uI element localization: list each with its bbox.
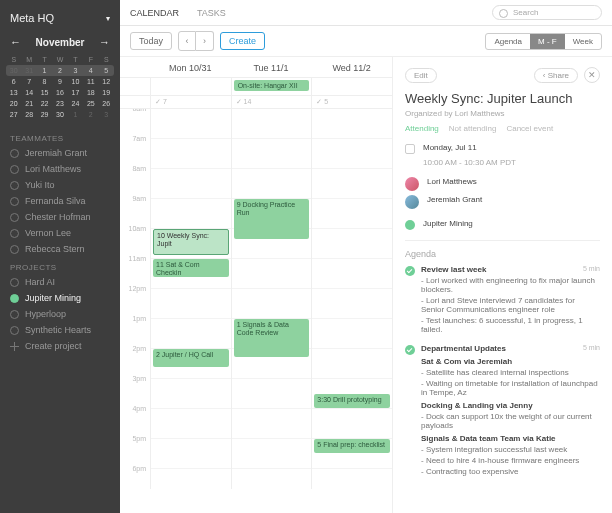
calendar-event[interactable]: 1 Signals & Data Code Review [234,319,310,357]
sidebar-item-teammate[interactable]: Rebecca Stern [0,241,120,257]
status-ring-icon [10,165,19,174]
calendar-grid: Mon 10/31 Tue 11/1 Wed 11/2 On-site: Han… [120,57,392,513]
prev-month-icon[interactable]: ← [10,36,21,48]
mini-calendar[interactable]: SMTWTFS303112345678910111213141516171819… [0,54,120,128]
project-ring-icon [10,294,19,303]
rsvp-attending[interactable]: Attending [405,124,439,133]
sidebar-item-teammate[interactable]: Vernon Lee [0,225,120,241]
event-project: Jupiter Mining [423,219,473,228]
create-project[interactable]: Create project [0,338,120,354]
status-ring-icon [10,229,19,238]
workspace-switcher[interactable]: Meta HQ ▾ [0,8,120,32]
topbar: CALENDAR TASKS Search [120,0,612,26]
create-button[interactable]: Create [220,32,265,50]
event-time: 10:00 AM - 10:30 AM PDT [423,158,600,167]
task-count[interactable]: ✓ 5 [311,96,392,108]
event-title: Weekly Sync: Jupiter Launch [405,91,600,106]
share-button[interactable]: ‹ Share [534,68,578,83]
plus-icon [10,342,19,351]
status-ring-icon [10,181,19,190]
calendar-event[interactable]: 2 Jupiter / HQ Call [153,349,229,367]
today-button[interactable]: Today [130,32,172,50]
sidebar-item-teammate[interactable]: Jeremiah Grant [0,145,120,161]
sidebar-item-project[interactable]: Hard AI [0,274,120,290]
event-date: Monday, Jul 11 [423,143,477,152]
view-week[interactable]: Week [565,34,601,49]
calendar-event[interactable]: 5 Final prep: checklist [314,439,390,453]
status-ring-icon [10,245,19,254]
toolbar: Today ‹ › Create Agenda M - F Week [120,26,612,56]
sidebar-item-teammate[interactable]: Lori Matthews [0,161,120,177]
sidebar-item-project[interactable]: Jupiter Mining [0,290,120,306]
search-input[interactable]: Search [492,5,602,20]
calendar-event[interactable]: 11 Sat & Com Checkin [153,259,229,277]
next-month-icon[interactable]: → [99,36,110,48]
check-icon [405,266,415,276]
status-ring-icon [10,213,19,222]
allday-event[interactable]: On-site: Hangar XII [234,80,310,91]
close-icon[interactable]: ✕ [584,67,600,83]
project-ring-icon [10,326,19,335]
day-header: Mon 10/31 [150,57,231,77]
search-placeholder: Search [513,8,538,17]
task-count[interactable]: ✓ 7 [150,96,231,108]
calendar-event[interactable]: 10 Weekly Sync: Jupit [153,229,229,255]
check-icon [405,345,415,355]
day-header: Tue 11/1 [231,57,312,77]
day-header: Wed 11/2 [311,57,392,77]
prev-period-button[interactable]: ‹ [178,31,196,51]
event-detail-panel: Edit ‹ Share ✕ Weekly Sync: Jupiter Laun… [392,57,612,513]
attendee-name: Lori Matthews [427,177,477,186]
attendee-name: Jeremiah Grant [427,195,482,204]
checkbox-icon[interactable] [405,144,415,154]
status-ring-icon [10,197,19,206]
calendar-event[interactable]: 3:30 Drill prototyping [314,394,390,408]
avatar [405,195,419,209]
edit-button[interactable]: Edit [405,68,437,83]
chevron-down-icon: ▾ [106,14,110,23]
project-dot-icon [405,220,415,230]
status-ring-icon [10,149,19,158]
tab-tasks[interactable]: TASKS [197,8,226,18]
teammates-header: TEAMMATES [0,128,120,145]
project-ring-icon [10,278,19,287]
month-label: November [36,37,85,48]
organizer-label: Organized by Lori Matthews [405,109,600,118]
sidebar-item-project[interactable]: Synthetic Hearts [0,322,120,338]
view-segment: Agenda M - F Week [485,33,602,50]
task-count[interactable]: ✓ 14 [231,96,312,108]
project-ring-icon [10,310,19,319]
view-agenda[interactable]: Agenda [486,34,530,49]
sidebar-item-teammate[interactable]: Yuki Ito [0,177,120,193]
projects-header: PROJECTS [0,257,120,274]
view-mf[interactable]: M - F [530,34,565,49]
calendar-event[interactable]: 9 Docking Practice Run [234,199,310,239]
next-period-button[interactable]: › [196,31,214,51]
agenda-header: Agenda [405,240,600,259]
sidebar-item-teammate[interactable]: Chester Hofman [0,209,120,225]
sidebar-item-project[interactable]: Hyperloop [0,306,120,322]
workspace-name: Meta HQ [10,12,54,24]
tab-calendar[interactable]: CALENDAR [130,8,179,18]
sidebar: Meta HQ ▾ ← November → SMTWTFS3031123456… [0,0,120,513]
rsvp-not-attending[interactable]: Not attending [449,124,497,133]
rsvp-cancel[interactable]: Cancel event [506,124,553,133]
sidebar-item-teammate[interactable]: Fernanda Silva [0,193,120,209]
avatar [405,177,419,191]
